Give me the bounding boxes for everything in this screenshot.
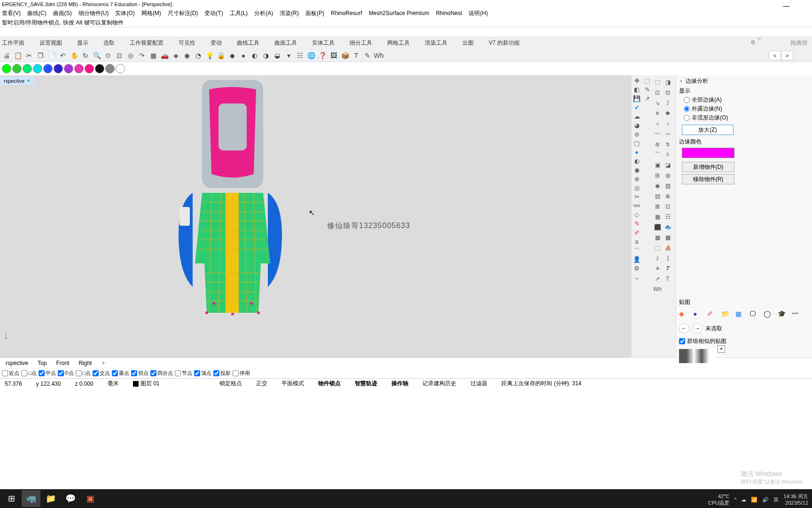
- menu-item[interactable]: 实体(O): [115, 9, 134, 17]
- tool-icon[interactable]: ◨: [663, 77, 673, 87]
- tool-icon[interactable]: ⟆: [663, 253, 673, 263]
- tab[interactable]: 选取: [103, 39, 115, 47]
- taskview-icon[interactable]: ⊞: [2, 490, 21, 507]
- tool-icon[interactable]: 〰: [652, 129, 663, 139]
- tool-icon[interactable]: ⟑: [663, 119, 673, 129]
- zoom-button[interactable]: 放大(Z): [682, 125, 734, 135]
- color-swatch[interactable]: [64, 64, 73, 73]
- menu-item[interactable]: 尺寸标注(D): [168, 9, 198, 17]
- color-swatch[interactable]: [54, 64, 63, 73]
- tab[interactable]: 变动: [211, 39, 222, 47]
- tool-icon[interactable]: ⛵: [663, 243, 673, 253]
- status-item[interactable]: 智慧轨迹: [352, 380, 380, 388]
- color-swatch[interactable]: [116, 64, 125, 73]
- color-swatch[interactable]: [33, 64, 42, 73]
- tool-icon[interactable]: ✥: [632, 77, 641, 86]
- tool-icon[interactable]: ▤: [652, 191, 663, 201]
- tool-icon[interactable]: ▢: [632, 140, 641, 148]
- tool-icon[interactable]: ⤳: [663, 129, 673, 139]
- tool-icon[interactable]: ⤴: [663, 98, 673, 108]
- save-icon[interactable]: 💾: [632, 95, 641, 103]
- osnap-item[interactable]: □点: [76, 370, 91, 377]
- tool-icon[interactable]: ⬚: [652, 243, 663, 253]
- tool-icon[interactable]: ◊: [663, 150, 673, 160]
- tray-cloud-icon[interactable]: ☁: [741, 497, 746, 503]
- print-icon[interactable]: 🖨: [2, 51, 11, 60]
- environment-icon[interactable]: ◒: [273, 51, 282, 60]
- menu-item[interactable]: 查看(V): [2, 9, 21, 17]
- menu-item[interactable]: 面板(P): [305, 9, 324, 17]
- check-icon[interactable]: ✔: [632, 104, 641, 112]
- eraser-icon[interactable]: ✐: [707, 310, 716, 318]
- zoom-window-icon[interactable]: ⊡: [115, 51, 124, 60]
- tab[interactable]: V7 的新功能: [489, 39, 520, 47]
- texture-icon[interactable]: ◆: [679, 310, 687, 318]
- status-item[interactable]: 锁定格点: [217, 380, 245, 388]
- tab[interactable]: 渲染工具: [425, 39, 447, 47]
- cplane-icon[interactable]: ▦: [148, 51, 158, 60]
- menu-item[interactable]: 曲面(S): [53, 9, 72, 17]
- tab[interactable]: 曲面工具: [274, 39, 297, 47]
- texture-thumbnail[interactable]: +: [679, 349, 717, 363]
- lock-icon[interactable]: 🔒: [216, 51, 226, 60]
- radio-naked-edges[interactable]: 外露边缘(N): [684, 105, 809, 113]
- gear-icon[interactable]: ⚙: [750, 39, 756, 46]
- tool-icon[interactable]: ◧: [632, 86, 641, 95]
- menu-item[interactable]: 说明(H): [468, 9, 488, 17]
- construction-plane-icon[interactable]: ◉: [182, 51, 192, 60]
- color-swatch[interactable]: [85, 64, 94, 73]
- filter-icon[interactable]: ☷: [295, 51, 304, 60]
- osnap-item[interactable]: 中点: [39, 370, 56, 377]
- color-swatch[interactable]: [23, 64, 32, 73]
- pen-icon[interactable]: ✎: [632, 220, 641, 229]
- tool-icon[interactable]: ⊠: [652, 201, 663, 212]
- status-item[interactable]: 物件锁点: [315, 380, 344, 388]
- remove-object-button[interactable]: 移除物件(R): [682, 174, 734, 184]
- clipboard-icon[interactable]: 📋: [13, 51, 23, 60]
- tool-icon[interactable]: ◪: [663, 160, 673, 170]
- gear-icon[interactable]: ⚙: [632, 265, 641, 273]
- text-icon[interactable]: T: [663, 263, 673, 274]
- render-icon[interactable]: ◆: [227, 51, 237, 60]
- tool-icon[interactable]: Wh: [652, 284, 663, 294]
- tool-icon[interactable]: ⌒: [652, 150, 663, 160]
- annotate-icon[interactable]: ✎: [363, 51, 372, 60]
- tab[interactable]: 工作视窗配置: [130, 39, 164, 47]
- viewport-perspective[interactable]: rspective▼: [0, 75, 632, 357]
- radio-all-edges[interactable]: 全部边缘(A): [684, 96, 809, 104]
- box-icon[interactable]: 📦: [340, 51, 350, 60]
- nav-forward-icon[interactable]: →: [692, 323, 703, 333]
- dimension-icon[interactable]: Wh: [374, 51, 383, 60]
- cap-icon[interactable]: 🎓: [778, 310, 786, 318]
- tray-wifi-icon[interactable]: 📶: [751, 497, 757, 503]
- status-item[interactable]: 操作轴: [389, 380, 411, 388]
- tool-icon[interactable]: ✱: [663, 108, 673, 119]
- viewport-tab[interactable]: Right: [75, 359, 95, 367]
- tool-icon[interactable]: ◉: [652, 181, 663, 191]
- osnap-item[interactable]: 停用: [233, 370, 250, 377]
- tool-icon[interactable]: 🐟: [663, 222, 673, 232]
- tool-icon[interactable]: ⊗: [632, 175, 641, 184]
- copy-icon[interactable]: ❐: [36, 51, 45, 60]
- app-icon[interactable]: 🦏: [22, 490, 40, 507]
- menu-item[interactable]: RhinoResurf: [331, 10, 362, 16]
- status-item[interactable]: 过滤器: [468, 380, 490, 388]
- tool-icon[interactable]: ◍: [663, 170, 673, 181]
- add-object-button[interactable]: 新增物件(D): [682, 162, 734, 172]
- tab[interactable]: 工作平面: [2, 39, 24, 47]
- folder-icon[interactable]: 📁: [721, 310, 730, 318]
- tool-icon[interactable]: ▣: [652, 160, 663, 170]
- material-icon[interactable]: ◐: [250, 51, 259, 60]
- tool-icon[interactable]: ☀: [652, 263, 663, 274]
- color-swatch[interactable]: [43, 64, 53, 73]
- car-icon[interactable]: 🚗: [160, 51, 169, 60]
- tab[interactable]: 可见性: [179, 39, 195, 47]
- named-view-icon[interactable]: ◈: [171, 51, 180, 60]
- tab[interactable]: 网格工具: [387, 39, 410, 47]
- menu-item[interactable]: Mesh2Surface Premium: [369, 10, 429, 16]
- tool-icon[interactable]: ⊟: [663, 87, 673, 98]
- tool-icon[interactable]: ◕: [632, 122, 641, 130]
- tab[interactable]: 实体工具: [312, 39, 335, 47]
- tool-icon[interactable]: [663, 284, 673, 294]
- tool-icon[interactable]: ▨: [663, 181, 673, 191]
